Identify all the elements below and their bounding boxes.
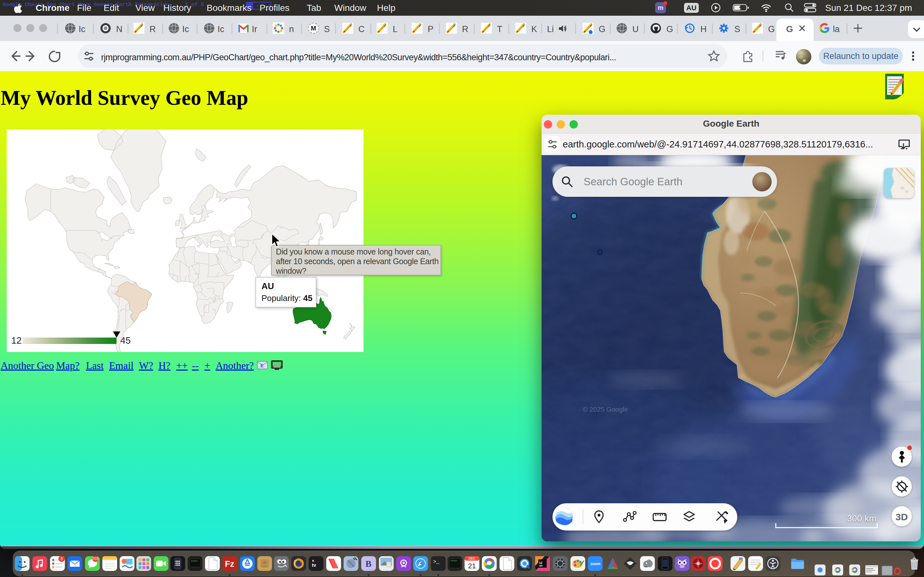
svg-text:12: 12 [11,335,21,346]
svg-text:>_: >_ [433,559,439,565]
svg-text:zoom: zoom [590,562,600,566]
svg-text:M: M [311,25,317,32]
svg-text:zones: zones [451,559,457,562]
svg-text:E: E [260,364,263,368]
svg-text:tv: tv [312,562,317,568]
svg-text:© 2025 Google: © 2025 Google [583,406,628,413]
svg-text:45: 45 [120,335,131,346]
svg-text:203: 203 [92,556,99,561]
svg-text:DEC: DEC [468,557,475,560]
svg-text:zones: zones [191,560,198,562]
svg-text:3: 3 [61,556,63,561]
svg-text:B: B [365,559,372,569]
svg-text:21: 21 [468,562,476,570]
svg-text:Fz: Fz [225,559,234,569]
svg-text:IJ: IJ [540,561,542,565]
